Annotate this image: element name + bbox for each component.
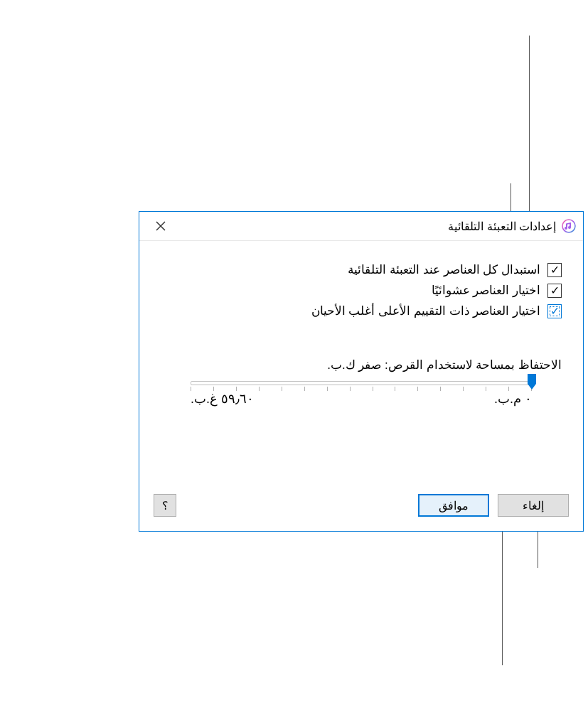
slider-range-labels: ٠ م.ب. ٥٩٫٦٠ غ.ب. [191, 391, 532, 407]
slider-min-label: ٠ م.ب. [494, 391, 532, 407]
slider-thumb[interactable] [526, 374, 538, 391]
checkbox-row-random[interactable]: اختيار العناصر عشوائيًا [161, 283, 562, 298]
cancel-button[interactable]: إلغاء [498, 494, 569, 517]
close-button[interactable] [146, 212, 175, 240]
reserve-space-section: الاحتفاظ بمساحة لاستخدام القرص: صفر ك.ب.… [161, 358, 562, 407]
checkbox-label: اختيار العناصر عشوائيًا [432, 283, 540, 298]
slider-label: الاحتفاظ بمساحة لاستخدام القرص: صفر ك.ب. [161, 358, 562, 372]
checkbox-higher-rated[interactable] [547, 304, 562, 318]
help-button[interactable]: ؟ [154, 494, 176, 517]
reserve-space-slider[interactable] [191, 381, 532, 385]
dialog-footer: إلغاء موافق ؟ [154, 494, 569, 517]
titlebar: إعدادات التعبئة التلقائية [139, 212, 583, 241]
checkbox-row-replace-all[interactable]: استبدال كل العناصر عند التعبئة التلقائية [161, 262, 562, 277]
checkbox-random[interactable] [547, 284, 562, 298]
checkbox-label: اختيار العناصر ذات التقييم الأعلى أغلب ا… [311, 303, 540, 318]
checkbox-row-higher-rated[interactable]: اختيار العناصر ذات التقييم الأعلى أغلب ا… [161, 303, 562, 318]
itunes-icon [562, 219, 576, 233]
checkbox-label: استبدال كل العناصر عند التعبئة التلقائية [348, 262, 540, 277]
svg-point-2 [562, 220, 575, 232]
slider-max-label: ٥٩٫٦٠ غ.ب. [191, 391, 254, 407]
dialog-title: إعدادات التعبئة التلقائية [448, 220, 556, 233]
ok-button[interactable]: موافق [418, 494, 489, 517]
autofill-settings-dialog: إعدادات التعبئة التلقائية استبدال كل الع… [139, 211, 584, 532]
dialog-content: استبدال كل العناصر عند التعبئة التلقائية… [139, 241, 583, 421]
slider-ticks [191, 387, 532, 392]
close-icon [156, 221, 166, 231]
slider-track [191, 381, 532, 385]
checkbox-replace-all[interactable] [547, 263, 562, 277]
